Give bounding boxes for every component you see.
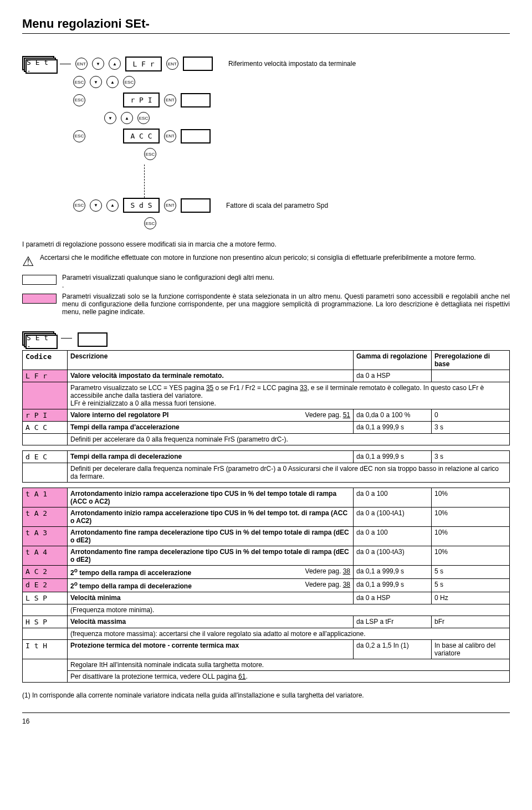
down-icon: ▼: [92, 58, 104, 70]
menu-code-box: S E t -: [22, 56, 55, 71]
nav-diagram: S E t - ENT ▼ ▲ L F r ENT Riferimento ve…: [22, 56, 510, 229]
intro-text: I parametri di regolazione possono esser…: [22, 240, 510, 248]
code-cell-blank: [23, 659, 68, 683]
table-row: t A 3 Arrotondamento fine rampa decelera…: [23, 527, 510, 546]
divider: [22, 33, 510, 34]
table-row: Per disattivare la protezione termica, v…: [23, 671, 510, 683]
preset-cell: [432, 370, 510, 382]
params-table: Codice Descrizione Gamma di regolazione …: [22, 350, 510, 683]
table-row: H S P Velocità massima da LSP a tFr bFr: [23, 616, 510, 628]
divider: [22, 712, 510, 713]
code-cell: r P I: [23, 409, 68, 422]
up-icon: ▲: [106, 199, 119, 212]
range-cell: da 0 a 100: [354, 488, 432, 507]
esc-button: ESC: [137, 112, 150, 124]
table-row: Parametro visualizzato se LCC = YES pagi…: [23, 382, 510, 409]
preset-cell: 10%: [432, 488, 510, 507]
code-cell-blank: [23, 628, 68, 640]
desc-cell: Arrotondamento inizio rampa accelerazion…: [68, 488, 354, 507]
code-cell-blank: [23, 434, 68, 445]
note-cell: Definiti per decelerare dalla frequenza …: [68, 463, 510, 483]
menu-code-box: S E t -: [22, 331, 55, 347]
ent-button: ENT: [164, 199, 176, 212]
value-box: [181, 129, 211, 143]
page-link[interactable]: 33: [300, 384, 307, 392]
desc-cell: Arrotondamento fine rampa decelerazione …: [68, 527, 354, 546]
desc-cell: Arrotondamento inizio rampa accelerazion…: [68, 507, 354, 527]
table-row: r P I Valore interno del regolatore PIVe…: [23, 409, 510, 422]
esc-button: ESC: [73, 199, 85, 212]
preset-cell: 0 Hz: [432, 592, 510, 604]
desc-cell: Valore interno del regolatore PIVedere p…: [68, 409, 354, 422]
range-cell: da 0 a 100: [354, 527, 432, 546]
esc-button: ESC: [73, 94, 85, 106]
note-cell: (frequenza motore massima): accertarsi c…: [68, 628, 510, 640]
th-range: Gamma di regolazione: [354, 351, 432, 370]
esc-button: ESC: [123, 76, 135, 88]
preset-cell: bFr: [432, 616, 510, 628]
page-link[interactable]: 38: [343, 581, 350, 588]
code-cell: d E C: [23, 451, 68, 463]
down-icon: ▼: [90, 76, 102, 88]
table-row: L S P Velocità minima da 0 a HSP 0 Hz: [23, 592, 510, 604]
note-cell: Parametro visualizzato se LCC = YES pagi…: [68, 382, 510, 409]
note-cell: Per disattivare la protezione termica, v…: [68, 671, 510, 683]
code-cell: H S P: [23, 616, 68, 628]
esc-button: ESC: [73, 76, 85, 88]
code-cell: A C 2: [23, 566, 68, 579]
value-box: [181, 93, 211, 107]
table-row: d E 2 2o tempo della rampa di decelerazi…: [23, 579, 510, 592]
page-link[interactable]: 61: [238, 673, 245, 680]
code-cell: t A 3: [23, 527, 68, 546]
range-cell: da 0,da 0 a 100 %: [354, 409, 432, 422]
footnote: (1) In corrisponde alla corrente nominal…: [22, 691, 510, 699]
table-row: d E C Tempi della rampa di decelerazione…: [23, 451, 510, 463]
note-cell: Regolare ItH all'intensità nominale indi…: [68, 659, 510, 671]
preset-cell: 5 s: [432, 566, 510, 579]
param-box: S d S: [123, 198, 160, 213]
code-cell: d E 2: [23, 579, 68, 592]
code-cell: I t H: [23, 640, 68, 659]
code-cell-blank: [23, 382, 68, 409]
table-row: t A 4 Arrotondamento fine rampa decelera…: [23, 546, 510, 566]
page-link[interactable]: 38: [343, 567, 350, 575]
desc-cell: Velocità massima: [68, 616, 354, 628]
param-box: L F r: [125, 57, 162, 71]
desc-cell: Velocità minima: [68, 592, 354, 604]
code-cell-blank: [23, 463, 68, 483]
param-box: r P I: [123, 93, 160, 107]
table-row: t A 2 Arrotondamento inizio rampa accele…: [23, 507, 510, 527]
preset-cell: 3 s: [432, 422, 510, 434]
range-cell: da 0 a (100-tA3): [354, 546, 432, 566]
range-cell: da 0,1 a 999,9 s: [354, 451, 432, 463]
diagram-label: Fattore di scala del parametro Spd: [226, 202, 328, 209]
up-icon: ▲: [121, 112, 133, 124]
desc-cell: Tempi della rampa di decelerazione: [68, 451, 354, 463]
range-cell: da 0 a HSP: [354, 370, 432, 382]
preset-cell: 10%: [432, 507, 510, 527]
down-icon: ▼: [90, 199, 102, 212]
desc-cell: Arrotondamento fine rampa decelerazione …: [68, 546, 354, 566]
code-cell: L F r: [23, 370, 68, 382]
up-icon: ▲: [106, 76, 119, 88]
legend-text: Parametri visualizzati qualunque siano l…: [62, 274, 274, 289]
page-link[interactable]: 35: [206, 384, 213, 392]
th-preset: Preregolazione di base: [432, 351, 510, 370]
code-cell: t A 1: [23, 488, 68, 507]
page-title: Menu regolazioni SEt-: [22, 17, 510, 31]
code-cell: t A 4: [23, 546, 68, 566]
table-row: I t H Protezione termica del motore - co…: [23, 640, 510, 659]
preset-cell: 5 s: [432, 579, 510, 592]
preset-cell: 10%: [432, 527, 510, 546]
range-cell: da 0,1 a 999,9 s: [354, 566, 432, 579]
desc-cell: Valore velocità impostato da terminale r…: [68, 370, 354, 382]
page-link[interactable]: 51: [343, 411, 350, 419]
note-cell: Definiti per accelerare da 0 alla freque…: [68, 434, 510, 445]
range-cell: da 0,2 a 1,5 In (1): [354, 640, 432, 659]
desc-cell: Tempi della rampa d'accelerazione: [68, 422, 354, 434]
down-icon: ▼: [104, 112, 116, 124]
value-box: [181, 198, 211, 213]
code-cell: A C C: [23, 422, 68, 434]
ent-button: ENT: [164, 130, 176, 142]
page-number: 16: [22, 717, 510, 725]
